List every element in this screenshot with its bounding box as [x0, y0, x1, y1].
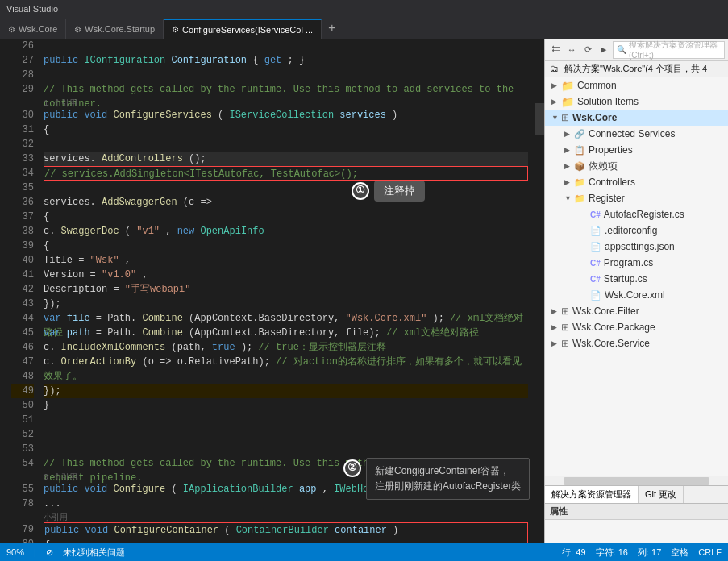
code-line-42: Description = "手写webapi": [44, 282, 528, 297]
code-line-50: }: [44, 398, 528, 413]
solution-label: 解决方案"Wsk.Core"(4 个项目，共 4: [564, 64, 707, 73]
toolbar-btn-1[interactable]: ⮄: [548, 43, 563, 57]
code-editor: 26 27 28 29 30 31 32 33 34 35 36 37 38 3…: [0, 39, 544, 543]
tree-item-autofac-register[interactable]: C# AutofacRegister.cs: [545, 206, 728, 222]
label-startup: Startup.cs: [604, 273, 647, 285]
code-line-49: });: [44, 384, 528, 398]
editor-minimap[interactable]: [535, 39, 544, 543]
label-common: Common: [577, 80, 617, 91]
tree-item-editorconfig[interactable]: 📄 .editorconfig: [545, 222, 728, 239]
icon-register: 📁: [574, 193, 585, 204]
fold-gutter: [0, 39, 11, 543]
code-line-35: [44, 181, 528, 195]
annotation-2-bubble: ②: [343, 459, 361, 477]
solution-search-box[interactable]: 🔍 搜索解决方案资源管理器(Ctrl+;): [613, 41, 725, 59]
right-panel-hscrollbar[interactable]: [545, 476, 728, 485]
code-line-31: {: [44, 123, 528, 137]
code-line-26: [44, 39, 528, 53]
icon-controllers: 📁: [574, 177, 585, 188]
tab-configure-label: ConfigureServices(IServiceCol ...: [182, 25, 313, 35]
icon-package: ⊞: [561, 322, 569, 333]
window-titlebar: Visual Studio: [0, 0, 728, 18]
code-line-44: var file = Path. Combine (AppContext.Bas…: [44, 311, 528, 326]
code-line-33: services. AddControllers ();: [44, 152, 528, 166]
tree-item-common[interactable]: ▶ 📁 Common: [545, 77, 728, 94]
tree-item-wsk-core[interactable]: ▼ ⊞ Wsk.Core: [545, 110, 728, 126]
label-register: Register: [589, 193, 625, 204]
toolbar-btn-3[interactable]: ⟳: [580, 43, 595, 57]
toolbar-btn-4[interactable]: ▶: [597, 43, 611, 57]
arrow-wsk-core: ▼: [551, 114, 561, 122]
tree-item-filter[interactable]: ▶ ⊞ Wsk.Core.Filter: [545, 303, 728, 319]
code-line-27: public IConfiguration Configuration { ge…: [44, 53, 528, 68]
tab-startup[interactable]: ⚙ Wsk.Core.Startup: [66, 19, 164, 39]
icon-xml: 📄: [590, 290, 601, 301]
status-line: 行: 49: [562, 546, 585, 559]
tree-item-properties[interactable]: ▶ 📋 Properties: [545, 142, 728, 158]
tree-item-appsettings[interactable]: 📄 appsettings.json: [545, 239, 728, 255]
arrow-common: ▶: [551, 81, 561, 89]
arrow-register: ▼: [564, 194, 574, 202]
status-zoom: 90%: [6, 547, 24, 557]
properties-title: 属性: [545, 504, 728, 520]
tree-item-dependencies[interactable]: ▶ 📦 依赖项: [545, 158, 728, 174]
icon-startup: C#: [590, 275, 601, 284]
status-separator-1: |: [34, 547, 36, 557]
icon-properties: 📋: [574, 145, 585, 156]
arrow-service: ▶: [551, 339, 561, 347]
tree-item-startup[interactable]: C# Startup.cs: [545, 271, 728, 287]
code-line-52: [44, 427, 528, 442]
code-line-32: [44, 137, 528, 152]
tab-add-button[interactable]: +: [322, 19, 343, 39]
label-wsk-core: Wsk.Core: [572, 112, 617, 123]
label-controllers: Controllers: [589, 177, 635, 188]
code-line-36: services. AddSwaggerGen (c =>: [44, 195, 528, 210]
tree-item-package[interactable]: ▶ ⊞ Wsk.Core.Package: [545, 319, 728, 335]
label-service: Wsk.Core.Service: [572, 338, 650, 349]
minimap-highlight: [535, 103, 544, 135]
code-block-container: public void ConfigureContainer ( Contain…: [44, 522, 528, 543]
arrow-connected: ▶: [564, 130, 574, 138]
arrow-solution-items: ▶: [551, 98, 561, 106]
tree-item-connected-services[interactable]: ▶ 🔗 Connected Services: [545, 126, 728, 142]
tab-wsk-core[interactable]: ⚙ Wsk.Core: [0, 19, 66, 39]
tab-git-changes[interactable]: Git 更改: [639, 486, 684, 504]
tab-startup-label: Wsk.Core.Startup: [85, 24, 155, 34]
right-panel-bottom-tabs: 解决方案资源管理器 Git 更改: [545, 485, 728, 503]
tab-wsk-core-icon: ⚙: [8, 25, 15, 34]
label-autofac: AutofacRegister.cs: [604, 209, 684, 220]
label-connected: Connected Services: [589, 128, 675, 139]
code-line-46: c. IncludeXmlComments (path, true ); // …: [44, 340, 528, 355]
tree-item-register[interactable]: ▼ 📁 Register: [545, 190, 728, 206]
label-solution-items: Solution Items: [577, 96, 639, 107]
label-editorconfig: .editorconfig: [605, 225, 657, 236]
icon-program: C#: [590, 259, 601, 268]
label-appsettings: appsettings.json: [605, 241, 675, 252]
code-line-40: Title = "Wsk" ,: [44, 253, 528, 268]
tree-item-xml[interactable]: 📄 Wsk.Core.xml: [545, 287, 728, 303]
tab-solution-explorer[interactable]: 解决方案资源管理器: [545, 486, 639, 504]
right-panel-toolbar: ⮄ ↔ ⟳ ▶ 🔍 搜索解决方案资源管理器(Ctrl+;): [545, 39, 728, 61]
arrow-controllers: ▶: [564, 178, 574, 186]
search-icon: 🔍: [617, 45, 626, 55]
code-line-53: [44, 442, 528, 456]
tab-bar: ⚙ Wsk.Core ⚙ Wsk.Core.Startup ⚙ Configur…: [0, 18, 728, 39]
code-line-39: {: [44, 239, 528, 253]
tree-item-controllers[interactable]: ▶ 📁 Controllers: [545, 174, 728, 190]
arrow-package: ▶: [551, 323, 561, 331]
annotation-2-tooltip: 新建CongigureContainer容器， 注册刚刚新建的AutofacRe…: [366, 458, 530, 500]
code-line-38: c. SwaggerDoc ( "v1" , new OpenApiInfo: [44, 224, 528, 239]
annotation-1-container: ① 注释掉: [352, 181, 425, 202]
code-content[interactable]: public IConfiguration Configuration { ge…: [37, 39, 535, 543]
annotation-1-label: 注释掉: [374, 181, 425, 202]
icon-service: ⊞: [561, 338, 569, 349]
tree-item-solution-items[interactable]: ▶ 📁 Solution Items: [545, 94, 728, 110]
toolbar-btn-2[interactable]: ↔: [564, 43, 579, 57]
tree-item-service[interactable]: ▶ ⊞ Wsk.Core.Service: [545, 335, 728, 351]
icon-editorconfig: 📄: [590, 226, 601, 236]
solution-explorer-panel: ⮄ ↔ ⟳ ▶ 🔍 搜索解决方案资源管理器(Ctrl+;) 🗂 解决方案"Wsk…: [544, 39, 728, 543]
code-line-28: [44, 68, 528, 82]
tab-configure-services[interactable]: ⚙ ConfigureServices(IServiceCol ...: [164, 19, 322, 39]
tree-item-program[interactable]: C# Program.cs: [545, 255, 728, 271]
icon-common: 📁: [561, 80, 574, 92]
